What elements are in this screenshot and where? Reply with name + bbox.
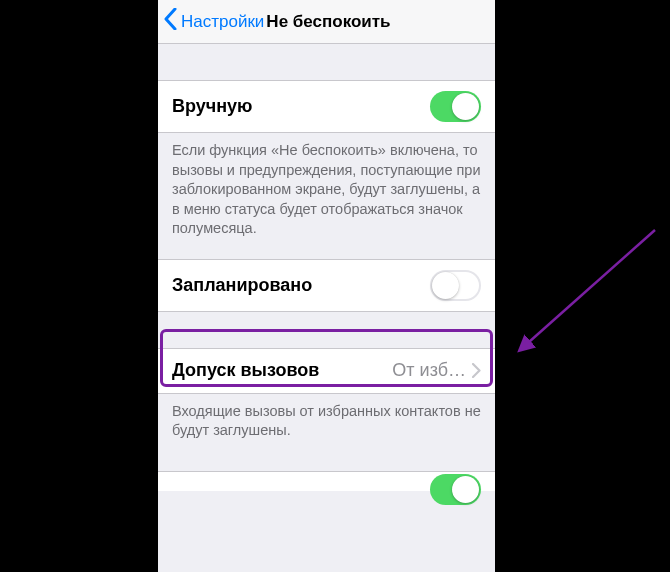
back-label: Настройки [181, 12, 264, 32]
settings-screen: Настройки Не беспокоить Вручную Если фун… [158, 0, 495, 572]
row-partial-next[interactable] [158, 471, 495, 491]
row-allow-calls-value: От изб… [392, 360, 466, 381]
row-scheduled-label: Запланировано [172, 275, 312, 296]
footer-manual: Если функция «Не беспокоить» включена, т… [158, 133, 495, 239]
toggle-scheduled[interactable] [430, 270, 481, 301]
group-manual: Вручную Если функция «Не беспокоить» вкл… [158, 80, 495, 239]
svg-line-1 [520, 230, 655, 350]
toggle-partial[interactable] [430, 474, 481, 505]
page-title: Не беспокоить [266, 12, 390, 32]
chevron-left-icon [164, 8, 181, 35]
footer-allow-calls: Входящие вызовы от избранных контактов н… [158, 394, 495, 441]
navbar: Настройки Не беспокоить [158, 0, 495, 44]
group-scheduled: Запланировано [158, 259, 495, 312]
back-button[interactable]: Настройки [164, 8, 264, 35]
row-manual[interactable]: Вручную [158, 80, 495, 133]
row-scheduled[interactable]: Запланировано [158, 259, 495, 312]
row-allow-calls[interactable]: Допуск вызовов От изб… [158, 348, 495, 394]
row-allow-calls-label: Допуск вызовов [172, 360, 319, 381]
group-allow-calls: Допуск вызовов От изб… Входящие вызовы о… [158, 348, 495, 441]
row-manual-label: Вручную [172, 96, 252, 117]
annotation-arrow-icon [505, 220, 665, 380]
toggle-manual[interactable] [430, 91, 481, 122]
chevron-right-icon [472, 363, 481, 378]
